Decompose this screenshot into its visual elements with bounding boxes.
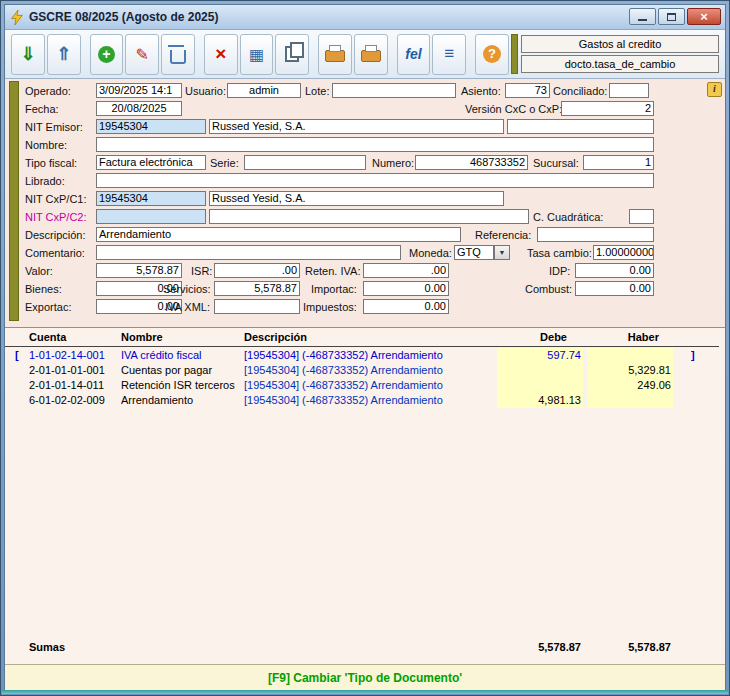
help-button[interactable]: ? (475, 34, 509, 75)
save-button[interactable]: ⇓ (11, 34, 45, 75)
iva-xml-field[interactable] (214, 299, 300, 314)
cell-cuenta: 1-01-02-14-001 (29, 348, 119, 363)
sums-label: Sumas (29, 641, 65, 653)
usuario-field[interactable]: admin (227, 83, 301, 98)
nit-emisor-name-field[interactable]: Russed Yesid, S.A. (209, 119, 504, 134)
combust-field[interactable]: 0.00 (575, 281, 654, 296)
librado-field[interactable] (96, 173, 654, 188)
fecha-field[interactable]: 20/08/2025 (96, 101, 182, 116)
olive-accent-strip (9, 81, 19, 321)
numero-field[interactable]: 468733352 (415, 155, 528, 170)
void-document-button[interactable]: × (204, 34, 238, 75)
delete-button[interactable] (161, 34, 195, 75)
selection-bracket-right (691, 393, 701, 408)
selection-bracket-left (15, 378, 25, 393)
copy-button[interactable] (275, 34, 309, 75)
header-descripcion: Descripción (244, 331, 307, 343)
list-button[interactable]: ≡ (432, 34, 466, 75)
nombre-label: Nombre: (25, 138, 67, 152)
numero-label: Numero: (372, 156, 414, 170)
lote-field[interactable] (332, 83, 456, 98)
nit-cxp1-name-field[interactable]: Russed Yesid, S.A. (209, 191, 504, 206)
serie-field[interactable] (244, 155, 366, 170)
printer-icon (325, 50, 345, 62)
valor-field[interactable]: 5,578.87 (96, 263, 182, 278)
servicios-field[interactable]: 5,578.87 (214, 281, 300, 296)
idp-field[interactable]: 0.00 (575, 263, 654, 278)
maximize-button[interactable] (658, 8, 685, 25)
table-row[interactable]: 6-01-02-02-009Arrendamiento[19545304] (-… (5, 393, 725, 408)
minimize-button[interactable] (629, 8, 656, 25)
moneda-dropdown-button[interactable]: ▼ (494, 245, 510, 260)
nombre-field[interactable] (96, 137, 654, 152)
reten-iva-field[interactable]: .00 (363, 263, 449, 278)
nit-emisor-field[interactable]: 19545304 (96, 119, 206, 134)
grid-header: Cuenta Nombre Descripción Debe Haber (5, 330, 719, 347)
descripcion-field[interactable]: Arrendamiento (96, 227, 461, 242)
close-button[interactable]: × (687, 8, 721, 25)
importac-label: Importac: (311, 282, 357, 296)
table-row[interactable]: [1-01-02-14-001IVA crédito fiscal[195453… (5, 348, 725, 363)
window-client: GSCRE 08/2025 (Agosto de 2025) × ⇓ ⇑ + ✎… (4, 4, 726, 692)
idp-label: IDP: (549, 264, 570, 278)
impuestos-field[interactable]: 0.00 (363, 299, 449, 314)
nit-cxp2-label: NIT CxP/C2: (25, 210, 87, 224)
cell-debe: 4,981.13 (497, 393, 583, 408)
asiento-field[interactable]: 73 (505, 83, 550, 98)
export-button[interactable]: ⇑ (47, 34, 81, 75)
serie-label: Serie: (210, 156, 239, 170)
copy-icon (285, 46, 299, 62)
doc-field-name-field[interactable]: docto.tasa_de_cambio (521, 55, 719, 73)
fel-button[interactable]: fel (397, 34, 431, 75)
nit-cxp2-field[interactable] (96, 209, 206, 224)
lightning-app-icon (11, 10, 23, 25)
nit-cxp2-name-field[interactable] (209, 209, 529, 224)
edit-button[interactable]: ✎ (125, 34, 159, 75)
cuadratica-field[interactable] (629, 209, 654, 224)
selection-bracket-right: ] (691, 348, 701, 363)
comentario-field[interactable] (96, 245, 401, 260)
nit-emisor-extra-field[interactable] (507, 119, 654, 134)
grid-view-button[interactable]: ▦ (240, 34, 274, 75)
sucursal-label: Sucursal: (533, 156, 579, 170)
version-field[interactable]: 2 (561, 101, 654, 116)
header-debe: Debe (497, 331, 583, 343)
print-button[interactable] (318, 34, 352, 75)
cell-descripcion: [19545304] (-468733352) Arrendamiento (244, 378, 496, 393)
olive-accent-strip (511, 34, 518, 74)
moneda-field[interactable]: GTQ (454, 245, 494, 260)
pencil-icon: ✎ (135, 45, 148, 64)
print-alt-button[interactable] (354, 34, 388, 75)
importac-field[interactable]: 0.00 (363, 281, 449, 296)
table-row[interactable]: 2-01-01-01-001Cuentas por pagar[19545304… (5, 363, 725, 378)
cell-nombre: IVA crédito fiscal (121, 348, 242, 363)
sums-debe: 5,578.87 (497, 641, 583, 653)
toolbar: ⇓ ⇑ + ✎ × ▦ fel ≡ ? Gastos al credito do… (5, 30, 725, 79)
tasa-cambio-label: Tasa cambio: (527, 246, 592, 260)
window-frame-bottom (2, 690, 728, 694)
cell-debe (497, 363, 583, 378)
nit-cxp1-label: NIT CxP/C1: (25, 192, 87, 206)
cell-descripcion: [19545304] (-468733352) Arrendamiento (244, 363, 496, 378)
table-row[interactable]: 2-01-01-14-011Retención ISR terceros[195… (5, 378, 725, 393)
header-nombre: Nombre (121, 331, 163, 343)
sucursal-field[interactable]: 1 (583, 155, 654, 170)
note-icon[interactable]: i (707, 82, 722, 97)
tasa-cambio-field[interactable]: 1.00000000 (593, 245, 654, 260)
cell-cuenta: 2-01-01-01-001 (29, 363, 119, 378)
selection-bracket-right (691, 378, 701, 393)
title-bar[interactable]: GSCRE 08/2025 (Agosto de 2025) × (5, 5, 725, 30)
referencia-field[interactable] (537, 227, 654, 242)
minimize-icon (638, 19, 647, 21)
doc-type-field[interactable]: Gastos al credito (521, 35, 719, 53)
isr-field[interactable]: .00 (214, 263, 300, 278)
close-icon: × (700, 9, 708, 24)
conciliado-field[interactable] (609, 83, 649, 98)
nit-emisor-label: NIT Emisor: (25, 120, 83, 134)
new-record-button[interactable]: + (90, 34, 124, 75)
cell-haber (587, 348, 673, 363)
operado-field[interactable]: 3/09/2025 14:1 (96, 83, 182, 98)
nit-cxp1-field[interactable]: 19545304 (96, 191, 206, 206)
cell-debe (497, 378, 583, 393)
tipo-fiscal-field[interactable]: Factura electrónica (96, 155, 206, 170)
